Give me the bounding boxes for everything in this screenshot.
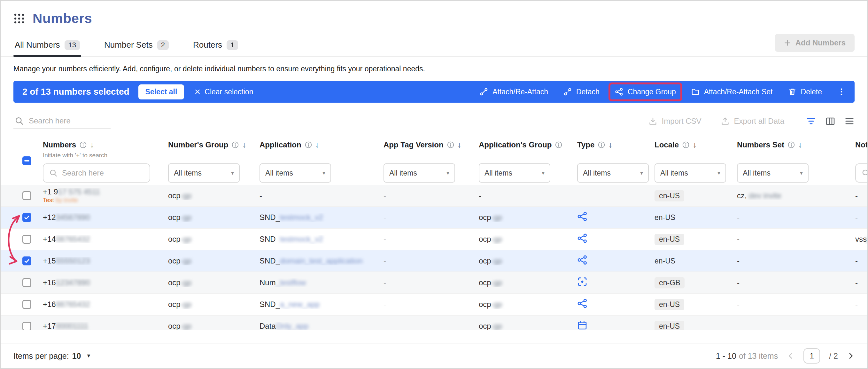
info-icon[interactable] [682,141,690,149]
column-numbers-set: Numbers Set ↓ All items ▾ [737,139,855,183]
table-row: +1612347890 ocp-gp Num_testflow - ocp-gp… [1,272,867,294]
sort-desc-icon[interactable]: ↓ [315,141,319,149]
calendar-icon [577,320,587,330]
row-checkbox[interactable] [22,191,31,200]
select-all-button[interactable]: Select all [138,85,184,99]
cell-notes: - [855,300,867,309]
total-pages-label: / 2 [829,351,838,361]
table-header: Numbers ↓ Initiate with '+' to search Nu… [1,138,867,183]
cell-numbers-group: ocp-gp [168,256,259,266]
locale-badge: en-US [654,234,684,245]
more-actions-button[interactable] [837,88,846,96]
global-search[interactable] [13,114,111,128]
plus-icon [784,39,791,47]
columns-button[interactable] [825,116,835,126]
table-row: +1700001111 ocp-gp DataOnly_app ocp-gp e… [1,316,867,330]
application-s-group-filter[interactable]: All items ▾ [479,163,550,183]
delete-action[interactable]: Delete [788,88,822,96]
info-icon[interactable] [447,141,455,149]
pagination: 1 - 10of 13 items 1 / 2 [716,348,855,364]
columns-icon [825,116,835,126]
items-per-page-selector[interactable]: Items per page: 10 ▼ [13,351,91,361]
column-application: Application ↓ All items ▾ [259,139,383,183]
tab-number-sets[interactable]: Number Sets 2 [103,36,170,56]
next-page-button[interactable] [847,352,855,360]
row-checkbox[interactable] [22,256,31,266]
locale-badge: en-US [654,255,680,267]
caret-down-icon: ▾ [800,170,803,177]
change-group-action[interactable]: Change Group [615,88,676,96]
global-search-input[interactable] [29,116,109,125]
info-icon[interactable] [305,141,312,149]
cell-app-tag-version: - [383,300,479,309]
detach-action[interactable]: Detach [563,88,599,96]
tab-count-badge: 1 [226,40,238,50]
page-number-input[interactable]: 1 [803,348,820,364]
type-filter[interactable]: All items ▾ [577,163,649,183]
filter-button[interactable] [806,116,816,126]
sort-desc-icon[interactable]: ↓ [242,141,246,149]
tab-all-numbers[interactable]: All Numbers 13 [13,36,81,56]
menu-icon [844,116,855,126]
hierarchy-icon [577,233,587,243]
cell-application: SND_domain_test_application [259,256,383,266]
row-checkbox[interactable] [22,213,31,222]
numbers-set-filter[interactable]: All items ▾ [737,163,809,183]
info-icon[interactable] [231,141,239,149]
page-title: Numbers [33,11,92,26]
cell-number: +1 917 575 4511 Test by invite [43,188,168,204]
caret-down-icon: ▾ [640,170,643,177]
row-checkbox[interactable] [22,278,31,287]
cell-applications-group: ocp-gp [479,256,577,266]
notes-column-search[interactable] [855,163,868,183]
import-csv-button[interactable]: Import CSV [648,117,702,126]
sort-desc-icon[interactable]: ↓ [693,141,697,149]
cell-application: Num_testflow [259,278,383,287]
row-checkbox[interactable] [22,322,31,330]
select-all-checkbox[interactable] [22,156,31,165]
cell-application: SND_testmock_v2 [259,213,383,222]
table-row: +1408765432 ocp-gp SND_testmock_v2 - ocp… [1,228,867,250]
number-s-group-filter[interactable]: All items ▾ [168,163,240,183]
row-checkbox[interactable] [22,300,31,309]
cell-numbers-group: ocp-gp [168,235,259,244]
attach-re-attach-set-action[interactable]: Attach/Re-Attach Set [691,88,773,96]
selection-bar: 2 of 13 numbers selected Select all Clea… [13,81,855,103]
sort-desc-icon[interactable]: ↓ [798,141,802,149]
attach-re-attach-action[interactable]: Attach/Re-Attach [480,88,548,96]
sort-desc-icon[interactable]: ↓ [458,141,462,149]
cell-applications-group: ocp-gp [479,235,577,244]
numbers-search-input[interactable] [62,168,144,178]
table-row: +1 917 575 4511 Test by invite ocp-gp - … [1,185,867,207]
cell-applications-group: ocp-gp [479,213,577,222]
cell-app-tag-version: - [383,235,479,244]
info-icon[interactable] [79,141,87,149]
search-icon [49,169,58,177]
cell-locale: en-US [654,212,737,223]
cell-applications-group: - [479,191,577,200]
sort-desc-icon[interactable]: ↓ [90,141,94,149]
application-filter[interactable]: All items ▾ [259,163,331,183]
locale-filter[interactable]: All items ▾ [654,163,726,183]
check-icon [24,214,30,221]
numbers-page: Numbers All Numbers 13 Number Sets 2 Rou… [0,0,868,369]
export-all-data-button[interactable]: Export all Data [721,117,784,126]
info-icon[interactable] [787,141,795,149]
hierarchy-icon [577,298,587,309]
numbers-column-search[interactable] [43,163,150,183]
cell-notes: - [855,256,867,266]
info-icon[interactable] [555,141,562,149]
cell-number: +1698765432 [43,300,168,309]
previous-page-button[interactable] [787,352,795,360]
page-description: Manage your numbers efficiently. Add, co… [13,65,855,73]
list-view-button[interactable] [844,116,855,126]
app-grid-icon[interactable] [13,13,25,24]
row-checkbox[interactable] [22,235,31,244]
add-numbers-button[interactable]: Add Numbers [775,34,855,52]
clear-selection-button[interactable]: Clear selection [194,88,253,96]
sort-desc-icon[interactable]: ↓ [609,141,612,149]
app-tag-version-filter[interactable]: All items ▾ [383,163,455,183]
tab-routers[interactable]: Routers 1 [192,36,239,56]
tab-count-badge: 13 [65,40,80,50]
info-icon[interactable] [598,141,605,149]
